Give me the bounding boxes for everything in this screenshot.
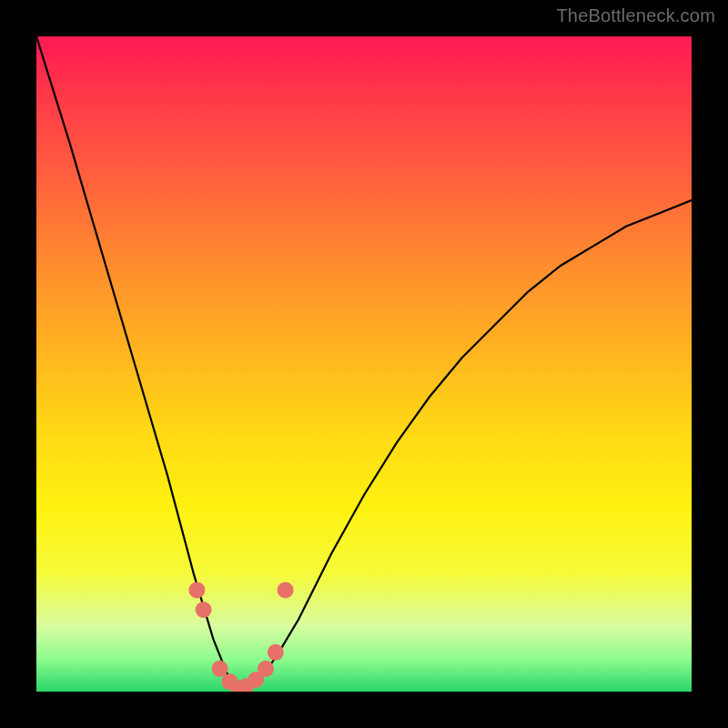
curve-marker xyxy=(268,644,284,661)
chart-frame: TheBottleneck.com xyxy=(0,0,728,728)
bottleneck-curve xyxy=(36,36,692,692)
watermark-text: TheBottleneck.com xyxy=(556,5,715,26)
chart-plot-area xyxy=(36,36,692,692)
curve-marker xyxy=(212,661,228,677)
curve-markers xyxy=(188,581,293,692)
chart-svg xyxy=(36,36,692,692)
curve-marker xyxy=(196,602,212,618)
curve-marker xyxy=(258,661,274,677)
curve-marker xyxy=(278,581,294,598)
curve-marker xyxy=(188,581,205,598)
